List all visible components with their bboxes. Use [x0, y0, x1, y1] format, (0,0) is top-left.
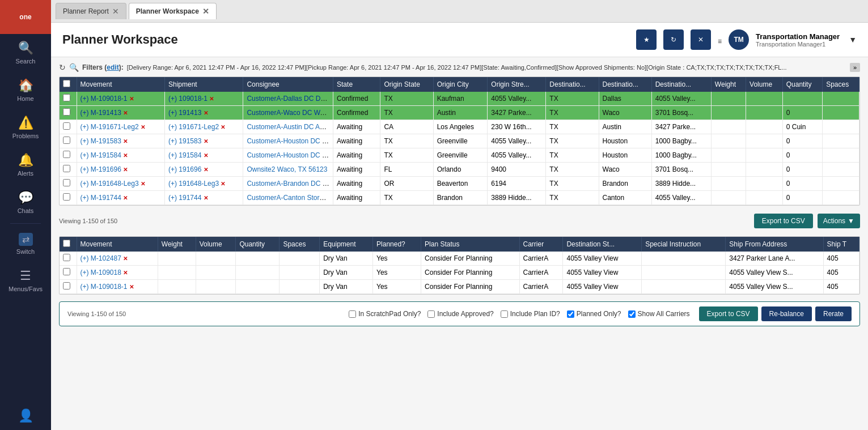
remove-icon[interactable]: ✕ [129, 284, 134, 290]
consignee-link[interactable]: CustomerA-Houston DC H... [247, 151, 332, 159]
collapse-button[interactable]: » [850, 63, 860, 72]
scratchpad-checkbox-label[interactable]: In ScratchPad Only? [349, 310, 421, 318]
select-all-bottom-checkbox[interactable] [63, 240, 70, 247]
row-checkbox-cell[interactable] [60, 106, 77, 120]
sidebar-item-home[interactable]: 🏠 Home [0, 71, 51, 109]
remove-icon[interactable]: ✕ [123, 195, 128, 201]
consignee-link[interactable]: CustomerA-Austin DC Aus... [247, 123, 332, 131]
movement-link[interactable]: (+) M-191648-Leg3 [81, 180, 139, 188]
carrier-cell: CarrierA [519, 252, 563, 266]
sidebar-item-problems[interactable]: ⚠️ Problems [0, 109, 51, 146]
movement-link[interactable]: (+) M-191671-Leg2 [81, 123, 139, 131]
approved-checkbox-label[interactable]: Include Approved? [427, 310, 493, 318]
movement-link[interactable]: (+) M-102487 [81, 254, 121, 262]
menu-button[interactable]: ≡ [718, 33, 722, 46]
quantity-cell: 0 [782, 148, 822, 163]
consignee-link[interactable]: CustomerA-Waco DC Wac... [247, 109, 333, 117]
shipment-link[interactable]: (+) 191583 [168, 137, 201, 145]
app-logo[interactable]: one [0, 0, 51, 34]
consignee-link[interactable]: CustomerA-Dallas DC Dal... [247, 95, 331, 103]
remove-icon[interactable]: ✕ [204, 138, 208, 144]
remove-icon[interactable]: ✕ [204, 167, 208, 173]
row-checkbox-cell[interactable] [60, 266, 77, 280]
remove-icon[interactable]: ✕ [123, 110, 128, 116]
select-all-checkbox[interactable] [63, 80, 70, 87]
row-checkbox-cell[interactable] [60, 177, 77, 191]
movement-link[interactable]: (+) M-191584 [81, 151, 121, 159]
row-checkbox-cell[interactable] [60, 252, 77, 266]
scratchpad-checkbox[interactable] [349, 310, 356, 318]
plan-id-checkbox-label[interactable]: Include Plan ID? [501, 310, 560, 318]
actions-button[interactable]: Actions ▼ [818, 214, 860, 228]
shipment-link[interactable]: (+) 191413 [168, 109, 201, 117]
refresh-button[interactable]: ↻ [663, 29, 684, 50]
remove-icon[interactable]: ✕ [141, 124, 145, 130]
tab-close-icon[interactable]: ✕ [202, 7, 209, 16]
export-csv-button[interactable]: Export to CSV [754, 214, 813, 228]
footer-export-button[interactable]: Export to CSV [699, 306, 758, 321]
sidebar-item-search[interactable]: 🔍 Search [0, 34, 51, 71]
sidebar-item-chats[interactable]: 💬 Chats [0, 184, 51, 221]
row-checkbox-cell[interactable] [60, 191, 77, 205]
movement-cell: (+) M-109018-1 ✕ [77, 280, 158, 294]
planned-only-checkbox[interactable] [567, 310, 574, 318]
tab-close-icon[interactable]: ✕ [112, 7, 119, 16]
movement-link[interactable]: (+) M-191413 [81, 109, 121, 117]
filters-edit-link[interactable]: edit [107, 63, 118, 71]
remove-icon[interactable]: ✕ [204, 195, 208, 201]
consignee-link[interactable]: CustomerA-Houston DC H... [247, 137, 332, 145]
row-checkbox-cell[interactable] [60, 120, 77, 134]
remove-icon[interactable]: ✕ [129, 96, 134, 102]
remove-icon[interactable]: ✕ [209, 96, 214, 102]
row-checkbox-cell[interactable] [60, 163, 77, 177]
remove-icon[interactable]: ✕ [123, 256, 128, 262]
row-checkbox-cell[interactable] [60, 280, 77, 294]
remove-icon[interactable]: ✕ [221, 124, 225, 130]
rerate-button[interactable]: Rerate [815, 306, 852, 321]
shipment-link[interactable]: (+) 191671-Leg2 [168, 123, 219, 131]
sidebar-item-alerts[interactable]: 🔔 Alerts [0, 146, 51, 184]
movement-link[interactable]: (+) M-191696 [81, 165, 121, 173]
movement-link[interactable]: (+) M-109018-1 [81, 283, 128, 291]
shipment-link[interactable]: (+) 109018-1 [168, 95, 208, 103]
sidebar-item-menus[interactable]: ☰ Menus/Favs [0, 262, 51, 299]
rebalance-button[interactable]: Re-balance [761, 306, 812, 321]
row-checkbox-cell[interactable] [60, 92, 77, 106]
tab-planner-workspace[interactable]: Planner Workspace ✕ [129, 3, 217, 19]
sidebar-item-user[interactable]: 👤 [0, 402, 51, 430]
show-carriers-checkbox[interactable] [628, 310, 636, 318]
row-checkbox-cell[interactable] [60, 134, 77, 148]
shipment-link[interactable]: (+) 191648-Leg3 [168, 180, 219, 188]
remove-icon[interactable]: ✕ [123, 167, 128, 173]
user-dropdown-icon[interactable]: ▼ [849, 35, 857, 44]
tab-planner-report[interactable]: Planner Report ✕ [56, 3, 126, 19]
movement-link[interactable]: (+) M-191744 [81, 194, 121, 202]
remove-icon[interactable]: ✕ [204, 110, 208, 116]
close-button[interactable]: ✕ [691, 29, 711, 50]
row-checkbox-cell[interactable] [60, 148, 77, 163]
movement-link[interactable]: (+) M-109018-1 [81, 95, 128, 103]
remove-icon[interactable]: ✕ [204, 152, 208, 159]
search-filter-icon[interactable]: 🔍 [69, 63, 79, 72]
dest-st-cell: 4055 Valley View [563, 266, 642, 280]
shipment-link[interactable]: (+) 191584 [168, 151, 201, 159]
consignee-link[interactable]: CustomerA-Canton Store ... [247, 194, 331, 202]
star-button[interactable]: ★ [636, 29, 657, 50]
sidebar-item-switch[interactable]: ⇄ Switch [0, 226, 51, 262]
remove-icon[interactable]: ✕ [123, 138, 128, 144]
movement-link[interactable]: (+) M-191583 [81, 137, 121, 145]
remove-icon[interactable]: ✕ [123, 270, 128, 276]
consignee-link[interactable]: Ownsite2 Waco, TX 56123 [247, 165, 327, 173]
approved-checkbox[interactable] [427, 310, 435, 318]
planned-only-checkbox-label[interactable]: Planned Only? [567, 310, 621, 318]
remove-icon[interactable]: ✕ [221, 181, 225, 187]
show-carriers-checkbox-label[interactable]: Show All Carriers [628, 310, 690, 318]
remove-icon[interactable]: ✕ [141, 181, 145, 187]
shipment-link[interactable]: (+) 191696 [168, 165, 201, 173]
movement-link[interactable]: (+) M-109018 [81, 269, 121, 276]
remove-icon[interactable]: ✕ [123, 152, 128, 159]
consignee-link[interactable]: CustomerA-Brandon DC B... [247, 180, 332, 188]
plan-id-checkbox[interactable] [501, 310, 508, 318]
shipment-link[interactable]: (+) 191744 [168, 194, 201, 202]
refresh-filter-icon[interactable]: ↻ [59, 63, 66, 72]
